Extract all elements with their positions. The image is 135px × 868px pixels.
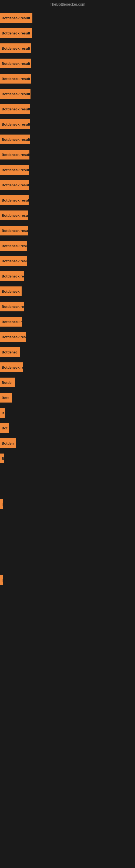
result-bar: Bottleneck result bbox=[0, 211, 28, 220]
result-bar: Bottleneck resu bbox=[0, 332, 26, 342]
bar-row: Bottleneck re bbox=[0, 360, 135, 375]
bar-label: Bottleneck result bbox=[2, 137, 30, 142]
bar-row: Bottleneck result bbox=[0, 10, 135, 26]
result-bar: Bottleneck re bbox=[0, 271, 24, 281]
bar-row: Bottlen bbox=[0, 436, 135, 451]
result-bar: Bottlen bbox=[0, 438, 16, 448]
bar-row: | bbox=[0, 572, 135, 588]
bar-label: Bottleneck re bbox=[2, 274, 24, 278]
bar-row: Bottleneck result bbox=[0, 101, 135, 117]
bar-row: Bot bbox=[0, 421, 135, 436]
result-bar: Bottleneck bbox=[0, 286, 21, 296]
bar-row: Bott bbox=[0, 390, 135, 405]
result-bar: Bottleneck result bbox=[0, 89, 31, 99]
result-bar: Bottleneck result bbox=[0, 13, 32, 23]
result-bar: Bottleneck re bbox=[0, 362, 23, 372]
bar-row: Bottleneck result bbox=[0, 132, 135, 147]
result-bar: | bbox=[0, 499, 3, 509]
result-bar: Bottleneck result bbox=[0, 256, 27, 266]
site-title-text: TheBottlenecker.com bbox=[50, 2, 85, 6]
bar-row: Bottleneck result bbox=[0, 253, 135, 269]
bar-row: Bottleneck result bbox=[0, 177, 135, 193]
bar-label: Bottleneck result bbox=[2, 229, 28, 233]
bar-row: Bottleneck r bbox=[0, 314, 135, 329]
result-bar: Bottleneck result bbox=[0, 226, 28, 236]
bar-label: Bottleneck result bbox=[2, 122, 30, 126]
bar-row: Bottleneck result bbox=[0, 117, 135, 132]
result-bar: Bottleneck result bbox=[0, 28, 32, 38]
bar-row bbox=[0, 542, 135, 557]
bars-container: Bottleneck resultBottleneck resultBottle… bbox=[0, 8, 135, 590]
bar-row: Bottleneck result bbox=[0, 147, 135, 162]
result-bar: Bottleneck result bbox=[0, 134, 30, 144]
bar-label: Bottleneck result bbox=[2, 62, 30, 66]
result-bar: Bottleneck result bbox=[0, 180, 29, 190]
bar-row: Bottleneck result bbox=[0, 41, 135, 56]
result-bar: Bottleneck result bbox=[0, 74, 31, 84]
bar-row: Bottlenec bbox=[0, 344, 135, 360]
bar-label: Bottleneck result bbox=[2, 46, 30, 51]
bar-label: Bottleneck result bbox=[2, 198, 29, 203]
bar-label: | bbox=[2, 578, 3, 582]
bar-row bbox=[0, 512, 135, 527]
bar-row bbox=[0, 481, 135, 496]
bar-label: Bottleneck resu bbox=[2, 244, 27, 248]
bar-row: B bbox=[0, 405, 135, 421]
bar-row: B bbox=[0, 451, 135, 466]
bar-label: B bbox=[2, 411, 4, 415]
bar-row: Bottleneck resu bbox=[0, 329, 135, 344]
bar-label: Bottleneck re bbox=[2, 305, 24, 309]
result-bar: Bottle bbox=[0, 378, 15, 388]
bar-label: | bbox=[2, 502, 3, 506]
bar-label: Bottleneck result bbox=[2, 153, 30, 157]
bar-label: Bottleneck result bbox=[2, 77, 30, 81]
bar-row: Bottleneck result bbox=[0, 162, 135, 177]
result-bar: Bottleneck result bbox=[0, 195, 29, 205]
bar-label: Bottleneck bbox=[2, 289, 19, 293]
bar-label: Bottleneck result bbox=[2, 259, 27, 263]
result-bar: Bot bbox=[0, 423, 9, 433]
result-bar: Bottlenec bbox=[0, 347, 20, 357]
result-bar: B bbox=[0, 408, 5, 418]
bar-row: Bottleneck result bbox=[0, 193, 135, 208]
result-bar: | bbox=[0, 575, 3, 585]
result-bar: Bottleneck result bbox=[0, 104, 30, 114]
bar-label: Bottlenec bbox=[2, 350, 17, 354]
site-title: TheBottlenecker.com bbox=[0, 0, 135, 8]
result-bar: B bbox=[0, 454, 4, 463]
bar-label: Bott bbox=[2, 396, 9, 400]
result-bar: Bottleneck r bbox=[0, 317, 22, 327]
bar-label: Bottleneck result bbox=[2, 31, 30, 35]
bar-row bbox=[0, 527, 135, 542]
bar-row: Bottle bbox=[0, 375, 135, 390]
result-bar: Bottleneck result bbox=[0, 119, 30, 129]
bar-row: Bottleneck result bbox=[0, 26, 135, 41]
bar-row bbox=[0, 557, 135, 572]
bar-label: Bottleneck result bbox=[2, 168, 29, 172]
result-bar: Bott bbox=[0, 393, 12, 403]
bar-row bbox=[0, 466, 135, 481]
result-bar: Bottleneck result bbox=[0, 59, 31, 68]
bar-label: Bottle bbox=[2, 380, 12, 384]
bar-row: Bottleneck re bbox=[0, 299, 135, 314]
bar-row: | bbox=[0, 496, 135, 512]
result-bar: Bottleneck result bbox=[0, 43, 31, 53]
result-bar: Bottleneck result bbox=[0, 150, 30, 159]
bar-label: Bottleneck re bbox=[2, 365, 23, 369]
result-bar: Bottleneck re bbox=[0, 302, 24, 311]
bar-row: Bottleneck result bbox=[0, 86, 135, 101]
bar-label: B bbox=[2, 457, 4, 461]
result-bar: Bottleneck result bbox=[0, 165, 29, 175]
bar-row: Bottleneck result bbox=[0, 223, 135, 238]
bar-label: Bottlen bbox=[2, 441, 14, 445]
bar-label: Bottleneck r bbox=[2, 320, 22, 324]
bar-label: Bottleneck result bbox=[2, 16, 30, 20]
bar-label: Bottleneck result bbox=[2, 107, 30, 111]
bar-row: Bottleneck result bbox=[0, 71, 135, 86]
bar-label: Bot bbox=[2, 426, 8, 430]
bar-row: Bottleneck result bbox=[0, 56, 135, 71]
bar-label: Bottleneck resu bbox=[2, 335, 26, 339]
bar-label: Bottleneck result bbox=[2, 214, 28, 218]
bar-row: Bottleneck result bbox=[0, 208, 135, 223]
bar-row: Bottleneck bbox=[0, 284, 135, 299]
